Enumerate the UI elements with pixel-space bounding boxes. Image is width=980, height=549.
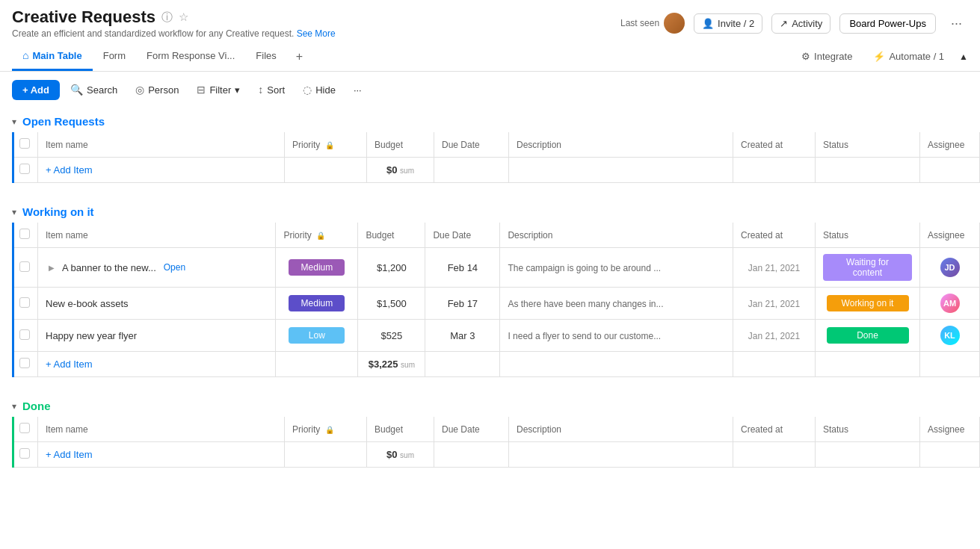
add-button[interactable]: + Add	[12, 80, 60, 100]
more-toolbar-button[interactable]: ···	[346, 80, 369, 100]
row2-assignee: AM	[928, 294, 972, 313]
star-icon[interactable]: ☆	[179, 10, 188, 24]
section-working-header: ▾ Working on it	[0, 198, 980, 223]
working-description-header: Description	[500, 223, 733, 248]
done-assignee-header: Assignee	[920, 417, 980, 442]
automate-button[interactable]: ⚡ Automate / 1	[867, 48, 950, 65]
row1-priority-cell[interactable]: Medium	[276, 248, 358, 288]
see-more-link[interactable]: See More	[297, 28, 336, 39]
person-button[interactable]: ◎ Person	[128, 79, 186, 100]
tab-main-table[interactable]: ⌂ Main Table	[12, 42, 93, 71]
tabs-right: ⚙ Integrate ⚡ Automate / 1 ▲	[795, 48, 968, 65]
open-add-status	[816, 158, 920, 183]
row2-priority-cell[interactable]: Medium	[276, 288, 358, 320]
search-icon: 🔍	[70, 84, 83, 96]
hide-button[interactable]: ◌ Hide	[295, 79, 343, 100]
working-row-1: ▶ A banner to the new... Open + Medium $…	[12, 248, 980, 288]
row1-status-badge: Waiting for content	[823, 254, 912, 281]
filter-button[interactable]: ⊟ Filter ▾	[189, 79, 247, 100]
hide-icon: ◌	[303, 84, 312, 96]
working-add-checkbox-cell	[12, 352, 38, 377]
row3-desc-cell: I need a flyer to send to our custome...	[500, 320, 733, 352]
working-priority-header: Priority 🔒	[276, 223, 358, 248]
open-description-header: Description	[509, 132, 733, 158]
open-due-date-header: Due Date	[434, 132, 509, 158]
tab-form[interactable]: Form	[93, 43, 136, 71]
done-add-item-cell[interactable]: + Add Item	[38, 442, 285, 468]
row3-avatar: KL	[940, 326, 960, 345]
title-row: Creative Requests ⓘ ☆	[12, 7, 336, 27]
row2-created-cell: Jan 21, 2021	[733, 288, 816, 320]
working-assignee-header: Assignee	[920, 223, 980, 248]
row1-expand-btn[interactable]: ▶	[46, 261, 58, 273]
row3-status-badge: Done	[827, 327, 909, 344]
row2-status-cell[interactable]: Working on it	[816, 288, 920, 320]
app-title: Creative Requests	[12, 7, 155, 27]
working-add-item-cell[interactable]: + Add Item	[38, 352, 276, 377]
open-add-item-row[interactable]: + Add Item $0 sum	[12, 158, 980, 183]
done-add-status	[816, 442, 920, 468]
row3-status-cell[interactable]: Done	[816, 320, 920, 352]
collapse-tabs-icon[interactable]: ▲	[959, 52, 968, 62]
row3-due-cell: Mar 3	[425, 320, 500, 352]
more-options-button[interactable]: ···	[945, 12, 968, 35]
row1-desc-cell: The campaign is going to be around ...	[500, 248, 733, 288]
open-checkbox-col	[12, 132, 38, 158]
activity-button[interactable]: ↗ Activity	[771, 13, 830, 34]
working-add-checkbox[interactable]	[19, 358, 30, 368]
row2-add-icon[interactable]: +	[133, 296, 148, 311]
section-open-chevron[interactable]: ▾	[12, 117, 16, 127]
working-select-all[interactable]	[19, 229, 30, 239]
working-table: Item name Priority 🔒 Budget Due Date Des…	[12, 223, 980, 377]
tab-add-button[interactable]: +	[287, 43, 312, 71]
open-add-item-cell[interactable]: + Add Item	[38, 158, 285, 183]
invite-button[interactable]: 👤 Invite / 2	[694, 13, 762, 34]
board-power-ups-button[interactable]: Board Power-Ups	[839, 13, 936, 34]
done-add-item-row[interactable]: + Add Item $0 sum	[12, 442, 980, 468]
open-status-header: Status	[816, 132, 920, 158]
open-budget-header: Budget	[367, 132, 434, 158]
done-left-border	[12, 417, 14, 468]
done-add-checkbox[interactable]	[19, 448, 30, 459]
section-working-chevron[interactable]: ▾	[12, 207, 16, 217]
done-priority-lock-icon: 🔒	[325, 426, 334, 434]
person-icon: 👤	[702, 18, 714, 29]
search-button[interactable]: 🔍 Search	[63, 79, 125, 100]
working-add-item-row[interactable]: + Add Item $3,225 sum	[12, 352, 980, 377]
open-priority-header: Priority 🔒	[285, 132, 367, 158]
tab-files[interactable]: Files	[245, 43, 286, 71]
section-working: ▾ Working on it Item name Priority 🔒 Bud…	[0, 198, 980, 377]
row3-checkbox[interactable]	[19, 329, 30, 340]
row3-add-icon[interactable]: +	[141, 328, 156, 343]
open-add-checkbox-cell	[12, 158, 38, 183]
open-add-checkbox[interactable]	[19, 164, 30, 174]
done-item-name-header: Item name	[38, 417, 285, 442]
open-add-desc	[509, 158, 733, 183]
done-select-all[interactable]	[19, 423, 30, 433]
row2-priority-badge: Medium	[289, 295, 345, 311]
integrate-button[interactable]: ⚙ Integrate	[795, 48, 858, 65]
section-working-title[interactable]: Working on it	[22, 205, 94, 218]
row1-add-icon[interactable]: +	[190, 260, 205, 275]
section-done-chevron[interactable]: ▾	[12, 401, 16, 412]
info-icon[interactable]: ⓘ	[161, 10, 173, 25]
row2-checkbox[interactable]	[19, 297, 30, 308]
row3-priority-cell[interactable]: Low	[276, 320, 358, 352]
tab-form-response[interactable]: Form Response Vi...	[136, 43, 245, 71]
row1-checkbox[interactable]	[19, 261, 30, 272]
open-select-all[interactable]	[19, 138, 30, 149]
section-done-title[interactable]: Done	[22, 400, 51, 412]
priority-lock-icon: 🔒	[325, 141, 334, 149]
section-open-title[interactable]: Open Requests	[22, 115, 105, 128]
working-checkbox-col	[12, 223, 38, 248]
row1-created-cell: Jan 21, 2021	[733, 248, 816, 288]
row1-status-cell[interactable]: Waiting for content	[816, 248, 920, 288]
working-left-border	[12, 223, 14, 377]
done-budget-header: Budget	[367, 417, 434, 442]
section-done-header: ▾ Done	[0, 392, 980, 417]
tabs-bar: ⌂ Main Table Form Form Response Vi... Fi…	[0, 42, 980, 72]
done-add-checkbox-cell	[12, 442, 38, 468]
open-add-due	[434, 158, 509, 183]
integrate-icon: ⚙	[801, 51, 810, 62]
sort-button[interactable]: ↕ Sort	[250, 79, 292, 100]
